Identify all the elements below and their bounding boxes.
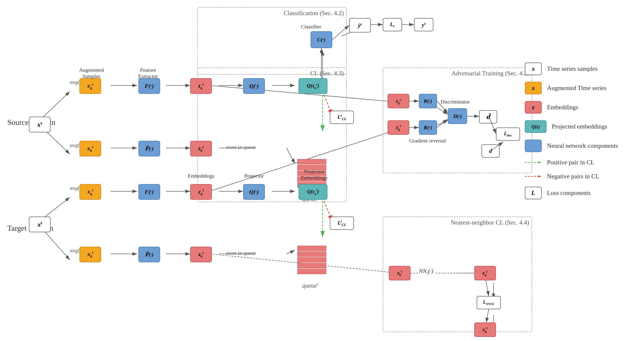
Ftilde-bottom-source: F̃(·) <box>138 141 160 156</box>
legend-pos-text: Positive pair in CL <box>547 159 594 166</box>
R-bottom: R(·) <box>419 120 437 135</box>
legend-loss-box: L <box>525 187 542 199</box>
legend-emb-text: Embeddings <box>547 104 578 111</box>
cl-title: CL (Sec. 4.3) <box>310 70 344 77</box>
C-classifier: C(·) <box>310 31 332 48</box>
legend-emb-box: z <box>525 101 542 114</box>
legend-aug-text: Augmented Time series <box>547 84 606 92</box>
xt-node: xt <box>29 217 50 232</box>
Q-target-top: Q(·) <box>243 184 265 200</box>
F-top-source: F(·) <box>138 78 160 94</box>
gradient-reversal-label: Gradient reversal <box>409 138 446 144</box>
legend-neg-line <box>525 174 542 179</box>
legend-ts-text: Time series samples <box>547 65 598 72</box>
zqt-node: zqt <box>190 184 212 200</box>
svg-line-14 <box>42 229 70 260</box>
legend-item-proj: Q(z) Projected embeddings <box>525 120 640 133</box>
legend-nn-box <box>525 140 542 152</box>
L-clt-box: LtCL <box>330 217 354 230</box>
zkt-node: zkt <box>190 247 212 262</box>
adversarial-title: Adversarial Training (Sec. 4.2) <box>452 70 529 77</box>
xks-node: xks <box>80 141 101 156</box>
store-queue-target: store in queue <box>226 250 256 256</box>
queue-t-label: queuet <box>302 282 318 289</box>
legend-item-nn: Neural network components <box>525 140 640 152</box>
diagram-container: Classification (Sec. 4.2) CL (Sec. 4.3) … <box>0 0 644 341</box>
legend-item-loss: L Loss components <box>525 187 640 199</box>
F-top-target: F(·) <box>138 184 160 200</box>
discriminator-label: Discriminator <box>440 99 470 105</box>
xqs-node: xqs <box>80 78 101 94</box>
Q-source-top: Q(·) <box>243 78 265 94</box>
zqt-nn: zqt <box>474 323 496 337</box>
legend-proj-text: Projected embeddings <box>552 123 607 130</box>
d-node: d <box>482 144 500 158</box>
svg-line-13 <box>42 197 70 219</box>
classifier-label: Classifier <box>301 23 321 30</box>
ys-node: ys <box>414 18 433 31</box>
svg-line-22 <box>286 250 295 254</box>
legend: x Time series samples x Augmented Time s… <box>525 62 640 199</box>
embeddings-label-target: Embeddings <box>186 173 217 179</box>
legend-nn-text: Neural network components <box>547 142 618 149</box>
xqt-node: xqt <box>80 184 101 200</box>
zqs-node: zqs <box>190 78 212 94</box>
D-discriminator: D(·) <box>448 108 467 124</box>
L-nncl-box: LNNCL <box>477 296 501 309</box>
projector-label: Projector <box>238 173 270 179</box>
legend-item-aug: x Augmented Time series <box>525 82 640 94</box>
xs-node: xs <box>29 117 50 132</box>
nn-label: NNs(·) <box>419 268 433 275</box>
legend-aug-box: x <box>525 82 542 94</box>
Qzqt-node: Q(zqt) <box>298 184 328 200</box>
Lc-box: Lc <box>383 18 402 31</box>
classification-title: Classification (Sec. 4.2) <box>284 10 344 17</box>
legend-item-ts: x Time series samples <box>525 62 640 75</box>
nn-cl-title: Nearest-neighbor CL (Sec. 4.4) <box>451 219 529 226</box>
augmented-samples-label: Augmented Samples <box>75 67 108 79</box>
xkt-node: xkt <box>80 247 101 262</box>
zqs-nn: zqs <box>474 266 496 280</box>
legend-item-emb: z Embeddings <box>525 101 640 114</box>
legend-item-pos: Positive pair in CL <box>525 159 640 166</box>
L-cls-box: LsCL <box>330 111 354 124</box>
queue-t <box>296 241 328 279</box>
store-queue-source: store in queue <box>226 144 256 150</box>
Ldisc-box: Ldisc <box>496 128 520 141</box>
R-top: R(·) <box>419 94 437 108</box>
zqt-adv: zqt <box>388 120 409 135</box>
feature-extractor-label: Feature Extractor <box>131 67 165 79</box>
legend-pos-line <box>525 160 542 165</box>
zks-node: zks <box>190 141 212 156</box>
legend-loss-text: Loss components <box>547 189 590 197</box>
svg-marker-56 <box>538 161 542 163</box>
yhat-s: ŷs <box>349 18 371 32</box>
Ftilde-bottom-target: F̃(·) <box>138 247 160 262</box>
legend-item-neg: Negative pairs in CL <box>525 173 640 180</box>
Qzqs-node: Q(zqs) <box>298 78 328 94</box>
projected-emb-label: Projected Embeddings <box>292 168 336 181</box>
svg-line-3 <box>42 91 70 118</box>
legend-ts-box: x <box>525 62 542 75</box>
dhat-node: d̂ <box>479 110 497 123</box>
legend-proj-box: Q(z) <box>525 120 546 133</box>
zqs-adv: zqs <box>388 94 409 108</box>
zkt-nn: zkt <box>389 266 410 280</box>
legend-neg-text: Negative pairs in CL <box>547 173 599 180</box>
svg-marker-58 <box>538 175 542 177</box>
